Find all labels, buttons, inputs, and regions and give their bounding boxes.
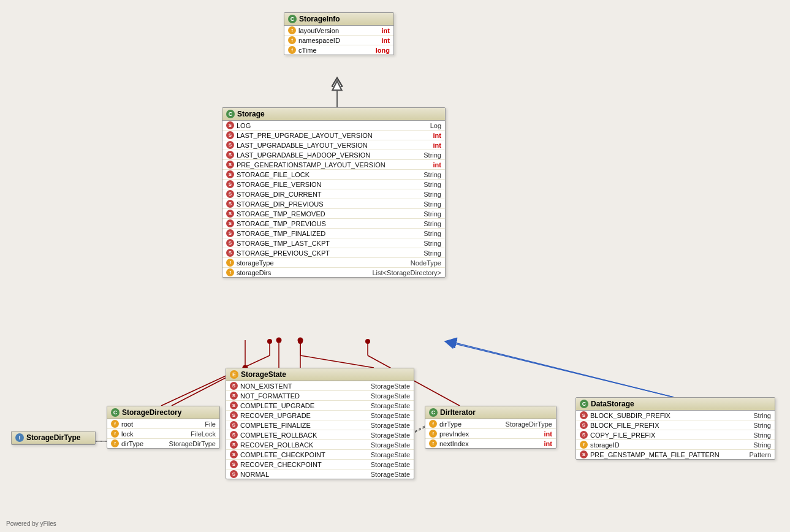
- field-type: Log: [430, 122, 441, 129]
- field-type: int: [544, 430, 552, 438]
- svg-line-9: [447, 341, 674, 397]
- class-DirIterator: C DirIterator f dirType StorageDirType f…: [425, 406, 556, 449]
- field-row: S RECOVER_CHECKPOINT StorageState: [226, 460, 414, 469]
- field-row: f namespaceID int: [284, 36, 393, 45]
- powered-by-label: Powered by yFiles: [6, 520, 56, 527]
- field-icon: S: [230, 392, 238, 400]
- field-type: StorageState: [371, 441, 410, 449]
- class-icon-StorageState: E: [230, 370, 238, 379]
- field-type: StorageDirType: [169, 440, 216, 447]
- field-row: S COPY_FILE_PREFIX String: [576, 430, 775, 440]
- field-name: STORAGE_TMP_PREVIOUS: [237, 220, 416, 227]
- class-header-StorageInfo: C StorageInfo: [284, 13, 393, 26]
- field-row: S LOG Log: [222, 121, 445, 131]
- field-icon: f: [111, 430, 119, 438]
- field-row: S COMPLETE_FINALIZE StorageState: [226, 420, 414, 430]
- field-type: File: [205, 420, 216, 428]
- field-icon: f: [226, 268, 234, 276]
- field-icon: S: [226, 239, 234, 247]
- field-name: RECOVER_ROLLBACK: [240, 441, 363, 449]
- field-row: f storageType NodeType: [222, 258, 445, 268]
- field-name: RECOVER_UPGRADE: [240, 412, 363, 419]
- field-type: String: [423, 200, 441, 208]
- field-type: String: [753, 422, 771, 429]
- field-row: f lock FileLock: [107, 429, 219, 439]
- field-icon: f: [429, 439, 437, 447]
- field-name: COMPLETE_CHECKPOINT: [240, 451, 363, 458]
- field-icon: S: [230, 460, 238, 468]
- field-row: S STORAGE_TMP_FINALIZED String: [222, 229, 445, 238]
- field-icon: f: [288, 46, 296, 54]
- field-icon: f: [288, 26, 296, 34]
- field-row: f storageID String: [576, 440, 775, 450]
- field-name: STORAGE_FILE_VERSION: [237, 181, 416, 188]
- class-icon-StorageInfo: C: [288, 15, 297, 23]
- field-type: StorageDirType: [506, 420, 552, 428]
- class-header-DataStorage: C DataStorage: [576, 398, 775, 411]
- class-header-StorageDirectory: C StorageDirectory: [107, 406, 219, 419]
- field-row: S RECOVER_UPGRADE StorageState: [226, 411, 414, 420]
- field-name: LAST_UPGRADABLE_LAYOUT_VERSION: [237, 142, 426, 149]
- field-name: namespaceID: [298, 37, 374, 44]
- field-type: FileLock: [191, 430, 216, 438]
- class-Storage: C Storage S LOG Log S LAST_PRE_UPGRADE_L…: [222, 107, 446, 278]
- class-StorageState: E StorageState S NON_EXISTENT StorageSta…: [226, 368, 414, 479]
- field-name: COMPLETE_UPGRADE: [240, 402, 363, 409]
- field-type: NodeType: [411, 259, 441, 267]
- field-name: root: [121, 420, 197, 428]
- field-icon: S: [226, 151, 234, 159]
- field-row: S STORAGE_TMP_LAST_CKPT String: [222, 238, 445, 248]
- field-icon: S: [580, 411, 588, 419]
- field-type: String: [753, 431, 771, 439]
- class-name-Storage: Storage: [237, 110, 265, 118]
- field-type: StorageState: [371, 431, 410, 439]
- field-type: String: [423, 181, 441, 188]
- class-StorageDirectory: C StorageDirectory f root File f lock Fi…: [107, 406, 220, 449]
- class-DataStorage: C DataStorage S BLOCK_SUBDIR_PREFIX Stri…: [575, 397, 775, 460]
- field-icon: S: [226, 219, 234, 227]
- field-row: S NORMAL StorageState: [226, 469, 414, 479]
- field-name: STORAGE_TMP_LAST_CKPT: [237, 240, 416, 247]
- field-row: f prevIndex int: [425, 429, 556, 439]
- field-name: storageDirs: [237, 269, 365, 276]
- field-icon: S: [226, 249, 234, 257]
- field-type: StorageState: [371, 412, 410, 419]
- field-row: S COMPLETE_UPGRADE StorageState: [226, 401, 414, 411]
- field-icon: S: [226, 131, 234, 139]
- field-type: int: [382, 37, 390, 44]
- field-icon: f: [580, 441, 588, 449]
- field-icon: S: [230, 470, 238, 478]
- field-type: List<StorageDirectory>: [373, 269, 442, 276]
- class-StorageInfo: C StorageInfo f layoutVersion int f name…: [284, 12, 394, 55]
- field-name: NOT_FORMATTED: [240, 392, 363, 400]
- field-row: S PRE_GENSTAMP_META_FILE_PATTERN Pattern: [576, 450, 775, 459]
- field-name: layoutVersion: [298, 27, 374, 34]
- field-type: String: [423, 210, 441, 218]
- class-name-DirIterator: DirIterator: [440, 408, 476, 417]
- field-name: STORAGE_TMP_FINALIZED: [237, 230, 416, 237]
- svg-point-21: [298, 339, 303, 344]
- class-icon-StorageDirType: I: [15, 433, 24, 442]
- field-icon: S: [226, 200, 234, 208]
- field-type: String: [423, 191, 441, 198]
- field-type: StorageState: [371, 451, 410, 458]
- field-name: BLOCK_SUBDIR_PREFIX: [590, 412, 746, 419]
- svg-line-8: [300, 355, 374, 368]
- field-icon: S: [230, 382, 238, 390]
- field-icon: f: [288, 36, 296, 44]
- field-row: S NON_EXISTENT StorageState: [226, 381, 414, 391]
- field-type: String: [753, 412, 771, 419]
- field-type: String: [423, 171, 441, 178]
- class-header-DirIterator: C DirIterator: [425, 406, 556, 419]
- class-icon-Storage: C: [226, 110, 235, 118]
- field-name: nextIndex: [439, 440, 537, 447]
- field-name: dirType: [121, 440, 162, 447]
- field-type: StorageState: [371, 471, 410, 478]
- field-row: S NOT_FORMATTED StorageState: [226, 391, 414, 401]
- field-icon: S: [230, 421, 238, 429]
- field-icon: S: [226, 170, 234, 178]
- field-icon: S: [226, 180, 234, 188]
- field-icon: f: [226, 259, 234, 267]
- class-name-StorageState: StorageState: [241, 370, 286, 379]
- field-type: StorageState: [371, 392, 410, 400]
